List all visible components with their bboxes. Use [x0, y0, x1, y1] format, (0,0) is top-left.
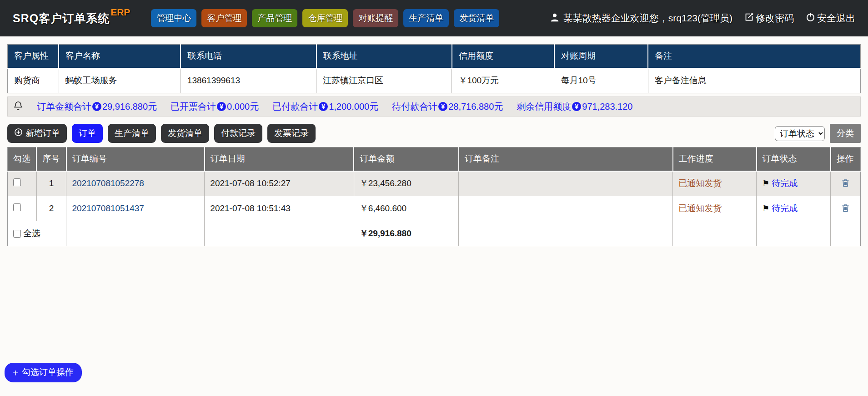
customer-note: 客户备注信息 [648, 68, 860, 93]
customer-header-row: 客户属性 客户名称 联系电话 联系地址 信用额度 对账周期 备注 [8, 45, 861, 68]
order-number-link[interactable]: 202107081052278 [72, 178, 144, 188]
orders-header-check: 勾选 [8, 147, 37, 171]
work-progress: 已通知发货 [678, 178, 722, 188]
summary-label: 待付款合计 [392, 101, 437, 113]
select-all-label: 全选 [23, 228, 40, 239]
order-date: 2021-07-08 10:52:27 [205, 171, 354, 196]
totals-summary-bar: 订单金额合计¥29,916.880元 已开票合计¥0.000元 已付款合计¥1,… [7, 96, 861, 117]
delete-order-button[interactable] [840, 177, 851, 190]
orders-header-amount: 订单金额 [354, 147, 459, 171]
batch-order-action-button[interactable]: ＋ 勾选订单操作 [5, 363, 82, 382]
logout-link[interactable]: 安全退出 [806, 12, 855, 25]
flag-icon: ⚑ [762, 204, 769, 213]
new-order-button[interactable]: 新增订单 [7, 124, 67, 143]
summary-value: 29,916.880元 [102, 101, 157, 113]
order-amount: ￥23,456.280 [354, 171, 459, 196]
summary-paid-total: 已付款合计¥1,200.000元 [272, 101, 378, 113]
customer-header-name: 客户名称 [59, 45, 181, 68]
customer-header-phone: 联系电话 [181, 45, 316, 68]
select-all-checkbox[interactable] [13, 230, 21, 238]
delete-order-button[interactable] [840, 202, 851, 215]
row-checkbox[interactable] [13, 203, 21, 211]
customer-credit: ￥100万元 [452, 68, 554, 93]
order-row: 2 202107081051437 2021-07-08 10:51:43 ￥6… [8, 196, 861, 221]
summary-label: 剩余信用额度 [517, 101, 571, 113]
customer-header-cycle: 对账周期 [554, 45, 648, 68]
order-number-link[interactable]: 202107081051437 [72, 203, 144, 213]
order-status-link[interactable]: 待完成 [772, 178, 798, 188]
summary-label: 已付款合计 [272, 101, 318, 113]
yen-circle-icon: ¥ [572, 102, 581, 111]
footer-empty-order-no [66, 221, 205, 246]
summary-label: 订单金额合计 [37, 101, 91, 113]
logout-label: 安全退出 [817, 12, 855, 25]
order-seq: 1 [36, 171, 66, 196]
app-title: SRQ客户订单系统 [13, 11, 110, 26]
orders-header-progress: 工作进度 [673, 147, 757, 171]
customer-cycle: 每月10号 [554, 68, 648, 93]
yen-circle-icon: ¥ [438, 102, 447, 111]
top-navbar: SRQ客户订单系统 ERP 管理中心 客户管理 产品管理 仓库管理 对账提醒 生… [0, 0, 868, 36]
app-title-badge: ERP [110, 7, 130, 18]
flag-icon: ⚑ [762, 179, 769, 188]
trash-icon [841, 178, 850, 189]
menu-item-product-mgmt[interactable]: 产品管理 [252, 9, 297, 27]
summary-value: 971,283.120 [582, 102, 632, 112]
edit-icon [744, 12, 754, 24]
menu-item-production-list[interactable]: 生产清单 [403, 9, 449, 27]
summary-value: 1,200.000元 [329, 101, 378, 113]
user-icon [550, 12, 560, 25]
menu-item-customer-mgmt[interactable]: 客户管理 [201, 9, 247, 27]
yen-circle-icon: ¥ [217, 102, 226, 111]
orders-header-seq: 序号 [36, 147, 66, 171]
customer-address: 江苏镇江京口区 [316, 68, 452, 93]
tab-shipping-list[interactable]: 发货清单 [161, 124, 209, 143]
menu-item-admin-center[interactable]: 管理中心 [151, 9, 196, 27]
yen-circle-icon: ¥ [319, 102, 328, 111]
order-amount: ￥6,460.600 [354, 196, 459, 221]
order-status-select[interactable]: 订单状态 [775, 126, 825, 141]
customer-attr: 购货商 [8, 68, 59, 93]
app-brand: SRQ客户订单系统 ERP [13, 11, 130, 26]
orders-header-date: 订单日期 [205, 147, 354, 171]
orders-total-amount: ￥29,916.880 [354, 221, 459, 246]
summary-label: 已开票合计 [171, 101, 216, 113]
order-status-link[interactable]: 待完成 [772, 203, 798, 213]
batch-order-action-label: 勾选订单操作 [22, 366, 74, 378]
footer-empty-date [205, 221, 354, 246]
order-row: 1 202107081052278 2021-07-08 10:52:27 ￥2… [8, 171, 861, 196]
orders-header-status: 订单状态 [757, 147, 831, 171]
classify-button[interactable]: 分类 [830, 124, 861, 143]
customer-header-note: 备注 [648, 45, 860, 68]
footer-empty-status [757, 221, 831, 246]
row-checkbox[interactable] [13, 178, 21, 186]
tab-production-list[interactable]: 生产清单 [108, 124, 156, 143]
summary-unpaid-total: 待付款合计¥28,716.880元 [392, 101, 503, 113]
summary-invoiced-total: 已开票合计¥0.000元 [171, 101, 259, 113]
menu-item-reconcile-reminder[interactable]: 对账提醒 [353, 9, 398, 27]
user-welcome: 某某散热器企业欢迎您，srq123(管理员) [550, 12, 733, 25]
change-password-label: 修改密码 [756, 12, 794, 25]
footer-empty-progress [673, 221, 757, 246]
work-progress: 已通知发货 [678, 203, 722, 213]
order-tabs-row: 新增订单 订单 生产清单 发货清单 付款记录 发票记录 订单状态 分类 [7, 124, 861, 143]
footer-empty-op [831, 221, 861, 246]
orders-footer-row: 全选 ￥29,916.880 [8, 221, 861, 246]
orders-header-order-no: 订单编号 [66, 147, 205, 171]
summary-remaining-credit: 剩余信用额度¥971,283.120 [517, 101, 632, 113]
menu-item-warehouse-mgmt[interactable]: 仓库管理 [302, 9, 348, 27]
trash-icon [841, 203, 850, 214]
tab-payment-records[interactable]: 付款记录 [214, 124, 262, 143]
orders-header-actions: 操作 [831, 147, 861, 171]
change-password-link[interactable]: 修改密码 [744, 12, 794, 25]
tab-invoice-records[interactable]: 发票记录 [267, 124, 316, 143]
order-note [459, 196, 673, 221]
customer-header-credit: 信用额度 [452, 45, 554, 68]
order-note [459, 171, 673, 196]
customer-info-table: 客户属性 客户名称 联系电话 联系地址 信用额度 对账周期 备注 购货商 蚂蚁工… [7, 44, 861, 93]
tab-orders[interactable]: 订单 [72, 124, 103, 143]
bell-icon [13, 101, 23, 113]
orders-table: 勾选 序号 订单编号 订单日期 订单金额 订单备注 工作进度 订单状态 操作 1… [7, 147, 861, 246]
menu-item-shipping-list[interactable]: 发货清单 [454, 9, 499, 27]
power-icon [806, 12, 815, 24]
